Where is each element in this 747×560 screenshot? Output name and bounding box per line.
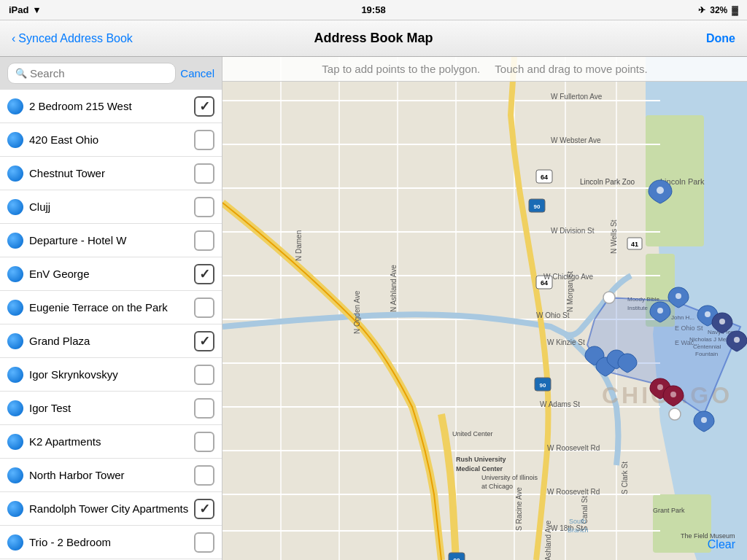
map-area[interactable]: Tap to add points to the polygon. Touch … bbox=[222, 57, 747, 560]
list-item[interactable]: EnV George✓ bbox=[0, 257, 222, 291]
svg-text:S Clark St: S Clark St bbox=[621, 462, 629, 494]
cancel-button[interactable]: Cancel bbox=[180, 67, 214, 79]
list-item[interactable]: Chestnut Tower bbox=[0, 157, 222, 190]
page-title: Address Book Map bbox=[314, 31, 433, 46]
item-checkbox[interactable] bbox=[194, 365, 214, 385]
svg-point-83 bbox=[603, 292, 615, 303]
svg-text:South: South bbox=[569, 518, 587, 525]
item-checkbox[interactable] bbox=[194, 298, 214, 318]
search-wrapper: 🔍 bbox=[7, 63, 176, 84]
list-item[interactable]: Randolph Tower City Apartments✓ bbox=[0, 492, 222, 526]
svg-text:Lincoln Park Zoo: Lincoln Park Zoo bbox=[580, 178, 635, 186]
search-icon: 🔍 bbox=[15, 68, 27, 79]
svg-text:at Chicago: at Chicago bbox=[481, 483, 513, 490]
svg-text:N Ogden Ave: N Ogden Ave bbox=[353, 290, 361, 334]
done-button[interactable]: Done bbox=[706, 32, 735, 45]
svg-point-81 bbox=[670, 392, 676, 397]
clear-button[interactable]: Clear bbox=[708, 538, 735, 551]
svg-point-84 bbox=[669, 408, 681, 420]
blue-dot-icon bbox=[7, 199, 23, 215]
svg-text:W Roosevelt Rd: W Roosevelt Rd bbox=[547, 444, 600, 452]
item-checkbox[interactable] bbox=[194, 197, 214, 217]
blue-dot-icon bbox=[7, 132, 23, 148]
svg-text:Branch: Branch bbox=[568, 526, 589, 534]
item-label: North Harbor Tower bbox=[29, 469, 194, 481]
blue-dot-icon bbox=[7, 333, 23, 349]
location-icon: ✈ bbox=[698, 5, 705, 15]
nav-bar: ‹ Synced Address Book Address Book Map D… bbox=[0, 20, 747, 57]
item-checkbox[interactable] bbox=[194, 230, 214, 251]
map-instruction-line2: Touch and drag to move points. bbox=[495, 63, 647, 75]
svg-text:W Kinzie St: W Kinzie St bbox=[547, 338, 585, 346]
svg-text:Grant Park: Grant Park bbox=[653, 507, 685, 514]
search-bar: 🔍 Cancel bbox=[0, 57, 222, 90]
list-item[interactable]: K2 Apartments bbox=[0, 425, 222, 459]
device-label: iPad bbox=[9, 4, 28, 15]
blue-dot-icon bbox=[7, 300, 23, 316]
search-input[interactable] bbox=[30, 67, 168, 79]
svg-text:S Ashland Ave: S Ashland Ave bbox=[544, 520, 552, 560]
item-checkbox[interactable] bbox=[194, 398, 214, 419]
svg-text:41: 41 bbox=[631, 241, 638, 248]
item-label: Randolph Tower City Apartments bbox=[29, 502, 194, 515]
item-label: Clujj bbox=[29, 201, 194, 213]
svg-point-76 bbox=[657, 308, 663, 314]
svg-text:90: 90 bbox=[454, 557, 460, 560]
svg-text:W Ohio St: W Ohio St bbox=[536, 311, 570, 319]
svg-point-74 bbox=[657, 187, 664, 194]
back-chevron-icon: ‹ bbox=[12, 32, 15, 45]
list-item[interactable]: Clujj bbox=[0, 190, 222, 224]
blue-dot-icon bbox=[7, 266, 23, 282]
main-layout: 🔍 Cancel 2 Bedroom 215 West✓420 East Ohi… bbox=[0, 57, 747, 560]
blue-dot-icon bbox=[7, 166, 23, 182]
svg-text:Rush University: Rush University bbox=[456, 456, 506, 463]
svg-text:N Wells St: N Wells St bbox=[610, 219, 618, 254]
item-checkbox[interactable]: ✓ bbox=[194, 96, 214, 117]
blue-dot-icon bbox=[7, 534, 23, 551]
item-label: 420 East Ohio bbox=[29, 133, 194, 146]
item-label: Igor Test bbox=[29, 402, 194, 414]
list-item[interactable]: Trio - 2 Bedroom bbox=[0, 526, 222, 559]
checkmark-icon: ✓ bbox=[199, 501, 210, 517]
svg-text:64: 64 bbox=[541, 174, 548, 181]
blue-dot-icon bbox=[7, 400, 23, 416]
list-item[interactable]: Departure - Hotel W bbox=[0, 224, 222, 257]
item-label: Grand Plaza bbox=[29, 335, 194, 347]
checkmark-icon: ✓ bbox=[199, 98, 210, 114]
item-checkbox[interactable] bbox=[194, 432, 214, 452]
checkmark-icon: ✓ bbox=[199, 333, 210, 349]
svg-text:S Canal St: S Canal St bbox=[581, 496, 589, 531]
list-item[interactable]: Igor Skrynkovskyy bbox=[0, 358, 222, 392]
list-item[interactable]: 2 Bedroom 215 West✓ bbox=[0, 90, 222, 123]
blue-dot-icon bbox=[7, 501, 23, 517]
item-checkbox[interactable]: ✓ bbox=[194, 264, 214, 284]
back-button[interactable]: ‹ Synced Address Book bbox=[12, 32, 133, 45]
sidebar: 🔍 Cancel 2 Bedroom 215 West✓420 East Ohi… bbox=[0, 57, 222, 560]
back-label: Synced Address Book bbox=[18, 32, 133, 45]
item-checkbox[interactable]: ✓ bbox=[194, 499, 214, 519]
list-item[interactable]: North Harbor Tower bbox=[0, 459, 222, 492]
map-overlay: Tap to add points to the polygon. Touch … bbox=[222, 57, 747, 82]
svg-text:W Webster Ave: W Webster Ave bbox=[551, 136, 601, 144]
item-label: EnV George bbox=[29, 268, 194, 280]
list-item[interactable]: Igor Test bbox=[0, 392, 222, 425]
item-checkbox[interactable] bbox=[194, 163, 214, 184]
list-item[interactable]: Eugenie Terrace on the Park bbox=[0, 291, 222, 324]
item-checkbox[interactable] bbox=[194, 532, 214, 553]
item-label: Trio - 2 Bedroom bbox=[29, 536, 194, 548]
svg-text:United Center: United Center bbox=[452, 430, 493, 438]
item-checkbox[interactable]: ✓ bbox=[194, 331, 214, 351]
svg-text:90: 90 bbox=[534, 203, 541, 210]
blue-dot-icon bbox=[7, 467, 23, 483]
svg-point-75 bbox=[676, 293, 681, 299]
svg-point-80 bbox=[657, 384, 663, 390]
item-checkbox[interactable] bbox=[194, 465, 214, 486]
list-item[interactable]: Grand Plaza✓ bbox=[0, 324, 222, 358]
list-item[interactable]: 420 East Ohio bbox=[0, 123, 222, 157]
item-label: Igor Skrynkovskyy bbox=[29, 368, 194, 381]
svg-text:University of Illinois: University of Illinois bbox=[481, 474, 538, 481]
battery-level: 32% bbox=[710, 5, 727, 15]
item-checkbox[interactable] bbox=[194, 130, 214, 150]
svg-text:N Ashland Ave: N Ashland Ave bbox=[390, 265, 398, 312]
svg-point-78 bbox=[719, 319, 725, 324]
